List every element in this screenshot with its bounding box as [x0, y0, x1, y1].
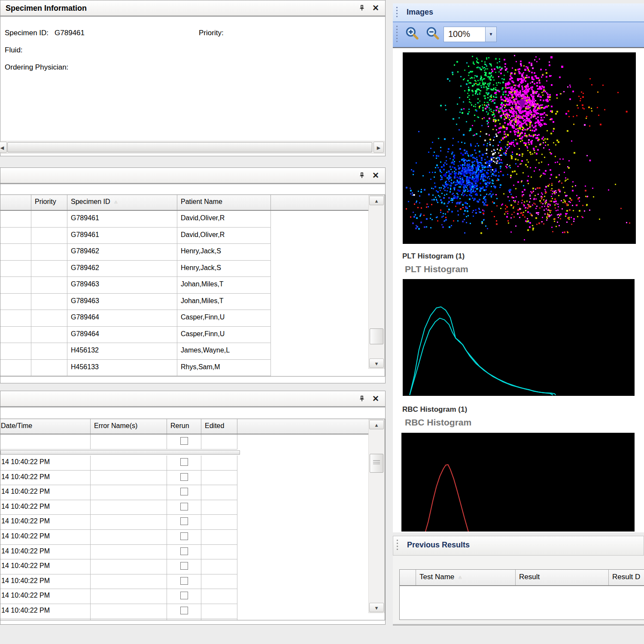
patient-name-cell: Henry,Jack,S [177, 244, 271, 261]
scroll-down-icon[interactable]: ▼ [369, 603, 384, 612]
error-names-column-header[interactable]: Error Name(s) [91, 419, 167, 434]
dropdown-arrow-icon[interactable]: ▼ [485, 27, 496, 42]
table-row[interactable]: G789463Johan,Miles,T [0, 294, 368, 310]
rerun-checkbox[interactable] [180, 458, 188, 466]
specimen-information-titlebar: Specimen Information ✕ [0, 0, 385, 17]
table-row[interactable] [0, 619, 368, 620]
rerun-checkbox[interactable] [180, 592, 188, 599]
specimen-id-cell: G789464 [67, 327, 177, 343]
zoom-in-button[interactable] [404, 26, 421, 43]
pin-icon[interactable] [357, 394, 367, 404]
scrollbar-thumb[interactable] [7, 142, 372, 152]
worklist-titlebar: ✕ [0, 168, 385, 184]
rerun-checkbox[interactable] [180, 517, 188, 525]
datetime-column-header[interactable]: Date/Time [0, 419, 91, 434]
table-row[interactable]: 14 10:40:22 PM [0, 574, 368, 589]
rerun-cell [167, 485, 201, 500]
drag-grip-icon[interactable] [397, 540, 398, 552]
horizontal-scrollbar[interactable]: ◀ ▶ [1, 141, 385, 154]
panel-divider [393, 624, 644, 626]
edited-column-header[interactable]: Edited [201, 419, 237, 434]
rerun-checkbox[interactable] [180, 437, 188, 445]
table-row[interactable]: G789462Henry,Jack,S [0, 244, 368, 261]
result-column-header[interactable]: Result [516, 570, 609, 585]
drag-grip-icon[interactable] [396, 7, 398, 18]
edited-cell [201, 515, 237, 530]
row-selector-column-header[interactable] [400, 570, 416, 585]
datetime-cell: 14 10:40:22 PM [0, 471, 91, 486]
zoom-level-combobox[interactable]: 100% ▼ [444, 27, 497, 42]
rerun-checkbox[interactable] [180, 532, 188, 540]
table-row[interactable]: G789464Casper,Finn,U [0, 310, 368, 327]
table-row[interactable]: 14 10:40:22 PM [0, 604, 368, 619]
scrollbar-thumb[interactable] [370, 328, 383, 344]
table-row[interactable]: G789461David,Oliver,R [0, 211, 368, 228]
specimen-id-column-header[interactable]: Specimen ID▲ [67, 195, 177, 210]
table-row[interactable]: 14 10:40:22 PM [0, 500, 368, 515]
scroll-up-icon[interactable]: ▲ [369, 196, 384, 205]
result-date-column-header[interactable]: Result D [609, 570, 644, 585]
table-row[interactable] [0, 434, 368, 450]
test-name-column-header[interactable]: Test Name▲ [416, 570, 516, 585]
table-row[interactable]: G789461David,Oliver,R [0, 228, 368, 244]
table-row[interactable]: H456132James,Wayne,L [0, 343, 368, 360]
table-row[interactable]: G789463Johan,Miles,T [0, 277, 368, 294]
drag-grip-icon[interactable] [396, 26, 398, 43]
error-names-cell [91, 589, 167, 604]
scroll-down-icon[interactable]: ▼ [369, 358, 384, 368]
priority-cell [31, 343, 67, 360]
rerun-checkbox[interactable] [180, 488, 188, 495]
datetime-cell: 14 10:40:22 PM [0, 545, 91, 560]
table-row[interactable]: 14 10:40:22 PM [0, 456, 368, 471]
table-row[interactable]: G789462Henry,Jack,S [0, 261, 368, 277]
error-names-cell [91, 604, 167, 619]
run-history-vertical-scrollbar[interactable]: ▲ ▼ [368, 419, 385, 613]
worklist-header-row: Priority Specimen ID▲ Patient Name [0, 195, 385, 211]
rerun-cell [167, 574, 201, 589]
pin-icon[interactable] [357, 170, 367, 181]
table-row[interactable]: 14 10:40:22 PM [0, 589, 368, 604]
images-titlebar: Images [393, 3, 644, 22]
pin-icon[interactable] [357, 3, 367, 13]
edited-cell [201, 500, 237, 515]
rerun-column-header[interactable]: Rerun [167, 419, 201, 434]
table-row[interactable]: 14 10:40:22 PM [0, 545, 368, 560]
table-row[interactable]: 14 10:40:22 PM [0, 485, 368, 500]
datetime-cell: 14 10:40:22 PM [0, 589, 91, 604]
rerun-checkbox[interactable] [180, 503, 188, 510]
table-row[interactable]: 14 10:40:22 PM [0, 515, 368, 530]
close-icon[interactable]: ✕ [371, 170, 381, 181]
rerun-checkbox[interactable] [180, 473, 188, 481]
rerun-cell [167, 559, 201, 574]
rerun-checkbox[interactable] [180, 577, 188, 585]
table-row[interactable]: 14 10:40:22 PM [0, 559, 368, 574]
row-selector-column-header[interactable] [0, 195, 31, 210]
rerun-cell [167, 604, 201, 619]
worklist-vertical-scrollbar[interactable]: ▲ ▼ [368, 195, 385, 369]
priority-column-header[interactable]: Priority [31, 195, 67, 210]
close-icon[interactable]: ✕ [371, 3, 381, 13]
zoom-level-value: 100% [444, 27, 485, 42]
edited-cell [201, 545, 237, 560]
zoom-out-button[interactable] [425, 26, 442, 43]
edited-cell [201, 559, 237, 574]
rerun-checkbox[interactable] [180, 547, 188, 555]
table-row[interactable]: H456133Rhys,Sam,M [0, 360, 368, 377]
close-icon[interactable]: ✕ [371, 394, 381, 404]
scroll-up-icon[interactable]: ▲ [369, 420, 384, 429]
table-row[interactable]: G789464Casper,Finn,U [0, 327, 368, 343]
wbc-scattergram-image [403, 52, 636, 244]
scroll-right-icon[interactable]: ▶ [374, 142, 384, 153]
table-row[interactable]: 14 10:40:22 PM [0, 471, 368, 486]
plt-histogram-image [403, 279, 635, 396]
priority-cell [31, 228, 67, 244]
table-row[interactable]: 14 10:40:22 PM [0, 530, 368, 545]
specimen-information-panel: Specimen Information ✕ Specimen ID:G7894… [0, 0, 386, 156]
patient-name-cell: Casper,Finn,U [177, 327, 271, 343]
patient-name-column-header[interactable]: Patient Name [177, 195, 271, 210]
edited-cell [201, 530, 237, 545]
rerun-checkbox[interactable] [180, 607, 188, 614]
scroll-left-icon[interactable]: ◀ [0, 142, 7, 153]
rerun-checkbox[interactable] [180, 562, 188, 570]
scrollbar-thumb[interactable] [370, 454, 383, 473]
